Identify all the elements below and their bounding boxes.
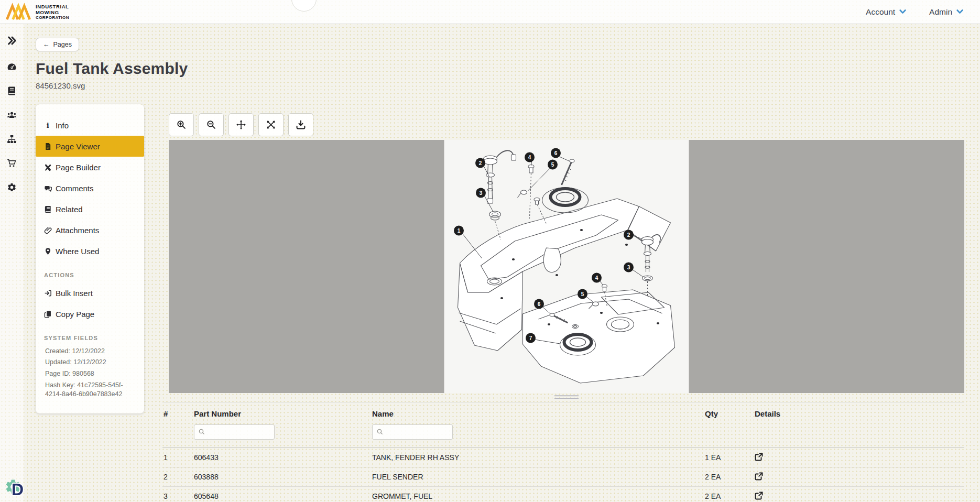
page-content: ← Pages Fuel Tank Assembly 84561230.svg … (24, 24, 980, 502)
balloon-label: 2 (479, 160, 482, 166)
system-fields-section-label: SYSTEM FIELDS (36, 324, 144, 345)
users-icon (7, 110, 17, 120)
row-part-number: 603888 (194, 473, 372, 481)
book-icon (44, 205, 56, 213)
nav-item-comments[interactable]: Comments (36, 178, 144, 199)
table-row[interactable]: 1 606433 TANK, FENDER RH ASSY 1 EA (162, 448, 964, 467)
row-qty: 2 EA (705, 492, 755, 500)
chevron-down-icon (899, 9, 906, 14)
row-num: 3 (162, 492, 194, 500)
zoom-out-button[interactable] (199, 113, 224, 136)
row-num: 1 (162, 453, 194, 462)
dashboard-nav-button[interactable] (0, 54, 24, 79)
column-header-part-number: Part Number (194, 409, 372, 418)
balloon-label: 7 (529, 335, 532, 341)
fullscreen-button[interactable] (258, 113, 284, 136)
row-details-button[interactable] (755, 472, 763, 481)
viewer-toolbar (169, 113, 964, 136)
library-nav-button[interactable] (0, 79, 24, 103)
search-icon (377, 429, 383, 435)
back-to-pages-button[interactable]: ← Pages (36, 38, 79, 51)
sign-in-icon (44, 289, 56, 297)
account-menu-label: Account (866, 7, 895, 17)
app-header: INDUSTRIAL MOWING CORPORATION Account Ad… (0, 0, 980, 24)
nav-item-label: Info (56, 121, 69, 130)
exploded-diagram: 1 2 3 4 5 6 2 3 4 5 6 7 (444, 140, 689, 393)
column-header-name: Name (372, 409, 705, 418)
info-icon: i (44, 122, 56, 129)
pan-button[interactable] (228, 113, 254, 136)
zoom-in-icon (177, 120, 186, 129)
row-part-number: 606433 (194, 453, 372, 462)
system-field-updated: Updated: 12/12/2022 (36, 357, 144, 368)
table-row[interactable]: 3 605648 GROMMET, FUEL 2 EA (162, 487, 964, 502)
row-qty: 2 EA (705, 473, 755, 481)
balloon-label: 6 (554, 150, 558, 156)
nav-item-info[interactable]: i Info (36, 115, 144, 136)
table-row[interactable]: 2 603888 FUEL SENDER 2 EA (162, 467, 964, 487)
nav-item-related[interactable]: Related (36, 199, 144, 220)
zoom-out-icon (206, 120, 216, 129)
users-nav-button[interactable] (0, 103, 24, 127)
name-filter-input[interactable] (386, 425, 451, 439)
download-button[interactable] (288, 113, 313, 136)
column-header-num: # (162, 409, 194, 418)
table-filter-row (162, 419, 964, 448)
admin-menu[interactable]: Admin (929, 7, 963, 17)
company-logo: INDUSTRIAL MOWING CORPORATION (0, 3, 69, 21)
expand-arrows-icon (266, 120, 276, 129)
balloon-label: 4 (528, 155, 531, 160)
nav-item-label: Bulk Insert (56, 289, 93, 298)
balloon-label: 3 (627, 265, 630, 270)
page-filename: 84561230.svg (36, 81, 980, 90)
book-icon (7, 86, 17, 96)
dashboard-icon (7, 62, 17, 72)
gear-icon (7, 182, 17, 192)
row-qty: 1 EA (705, 453, 755, 462)
name-filter (372, 424, 453, 440)
table-body: 1 606433 TANK, FENDER RH ASSY 1 EA 2 603… (162, 448, 964, 502)
zoom-in-button[interactable] (169, 113, 194, 136)
cart-icon (7, 158, 17, 168)
sitemap-nav-button[interactable] (0, 127, 24, 151)
system-field-created: Created: 12/12/2022 (36, 345, 144, 357)
diagram-viewer[interactable]: 1 2 3 4 5 6 2 3 4 5 6 7 (169, 140, 964, 393)
nav-item-copy-page[interactable]: Copy Page (36, 303, 144, 324)
chevron-down-icon (956, 9, 963, 14)
nav-item-label: Related (56, 205, 83, 214)
nav-item-page-viewer[interactable]: Page Viewer (36, 136, 144, 157)
expand-sidebar-button[interactable] (0, 28, 24, 52)
balloon-label: 1 (458, 228, 461, 234)
diagram-page: 1 2 3 4 5 6 2 3 4 5 6 7 (444, 140, 689, 393)
file-lines-icon (44, 143, 56, 150)
nav-item-bulk-insert[interactable]: Bulk Insert (36, 282, 144, 303)
copy-icon (44, 310, 56, 318)
balloon-label: 2 (627, 232, 630, 238)
back-button-label: Pages (53, 41, 72, 48)
svg-text:i: i (47, 122, 49, 129)
part-number-filter-input[interactable] (208, 425, 273, 439)
viewer-section: 1 2 3 4 5 6 2 3 4 5 6 7 (169, 104, 964, 502)
row-details-button[interactable] (755, 453, 763, 461)
row-part-number: 605648 (194, 492, 372, 500)
cart-nav-button[interactable] (0, 151, 24, 175)
logo-mountains-icon (5, 3, 31, 21)
part-number-filter (194, 424, 275, 440)
row-name: TANK, FENDER RH ASSY (372, 453, 705, 462)
balloon-label: 3 (480, 190, 483, 196)
account-menu[interactable]: Account (866, 7, 906, 17)
row-details-button[interactable] (755, 492, 763, 500)
nav-item-label: Comments (56, 184, 94, 193)
parts-table: # Part Number Name Qty Details (162, 402, 964, 502)
sitemap-icon (7, 134, 17, 144)
nav-item-attachments[interactable]: Attachments (36, 220, 144, 241)
nav-item-page-builder[interactable]: Page Builder (36, 157, 144, 178)
nav-item-where-used[interactable]: Where Used (36, 241, 144, 261)
external-link-icon (755, 472, 763, 481)
help-widget-button[interactable]: D (4, 477, 28, 501)
tools-icon (44, 163, 56, 171)
viewer-resize-handle[interactable] (554, 395, 579, 399)
settings-nav-button[interactable] (0, 175, 24, 199)
nav-item-label: Page Builder (56, 163, 101, 172)
move-icon (236, 120, 246, 129)
